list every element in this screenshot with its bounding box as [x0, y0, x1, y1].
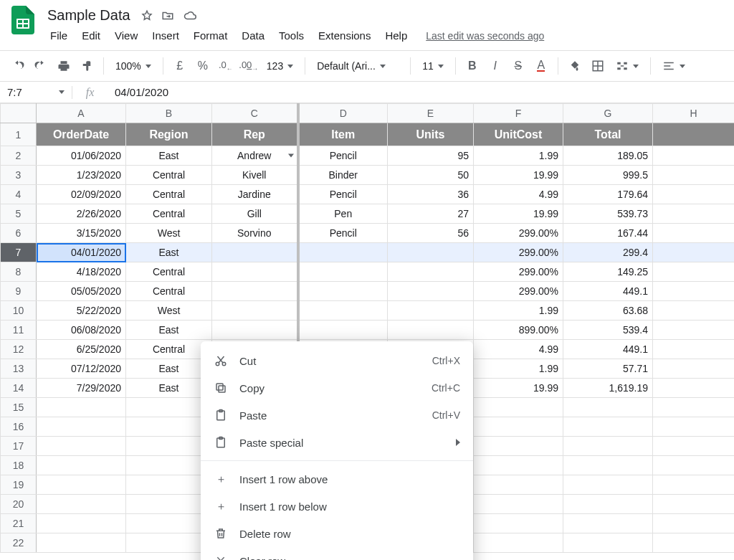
cell[interactable]: Sorvino — [212, 224, 298, 243]
cell[interactable]: 4.99 — [474, 185, 563, 204]
undo-button[interactable] — [7, 55, 29, 77]
cell[interactable]: Pencil — [298, 185, 388, 204]
cell[interactable]: 299.00% — [474, 262, 563, 282]
cell[interactable] — [653, 243, 735, 262]
cell[interactable]: 189.05 — [563, 146, 653, 166]
cell[interactable] — [37, 533, 126, 553]
italic-button[interactable]: I — [485, 55, 506, 77]
row-header-17[interactable]: 17 — [1, 437, 37, 456]
cell[interactable] — [653, 514, 735, 533]
cell[interactable]: 19.99 — [474, 204, 563, 224]
col-header-E[interactable]: E — [388, 104, 474, 123]
font-dropdown[interactable]: Default (Ari... — [311, 55, 404, 77]
cell[interactable] — [298, 301, 388, 321]
cell[interactable]: 19.99 — [474, 166, 563, 185]
horizontal-align-dropdown[interactable] — [657, 55, 691, 77]
cell[interactable]: Binder — [298, 166, 388, 185]
cell[interactable] — [474, 514, 563, 533]
cell[interactable] — [474, 398, 563, 417]
row-header-14[interactable]: 14 — [1, 379, 37, 398]
row-header-10[interactable]: 10 — [1, 301, 37, 321]
cell[interactable]: 449.1 — [563, 282, 653, 301]
cell[interactable] — [126, 514, 212, 533]
cell[interactable] — [653, 224, 735, 243]
cell[interactable]: Pencil — [298, 224, 388, 243]
row-header-19[interactable]: 19 — [1, 475, 37, 495]
cell[interactable]: West — [126, 301, 212, 321]
last-edit-link[interactable]: Last edit was seconds ago — [426, 30, 544, 42]
cell[interactable] — [653, 456, 735, 475]
cell[interactable] — [126, 533, 212, 553]
cell[interactable] — [563, 533, 653, 553]
cell[interactable]: 4.99 — [474, 340, 563, 359]
menu-help[interactable]: Help — [379, 27, 413, 44]
cell[interactable] — [563, 514, 653, 533]
cell[interactable] — [474, 533, 563, 553]
cell[interactable]: 56 — [388, 224, 474, 243]
cell[interactable]: UnitCost — [474, 123, 563, 146]
cell[interactable]: Central — [126, 340, 212, 359]
cell[interactable]: 149.25 — [563, 262, 653, 282]
cell[interactable]: 01/06/2020 — [37, 146, 126, 166]
cell[interactable] — [653, 301, 735, 321]
cell[interactable] — [388, 301, 474, 321]
cell[interactable]: 1.99 — [474, 301, 563, 321]
cell[interactable] — [653, 204, 735, 224]
cell[interactable]: 27 — [388, 204, 474, 224]
cell[interactable]: Pencil — [298, 146, 388, 166]
cell[interactable] — [563, 417, 653, 437]
cell-dropdown-icon[interactable] — [288, 154, 294, 158]
menu-view[interactable]: View — [109, 27, 143, 44]
cell[interactable] — [37, 475, 126, 495]
cell[interactable] — [474, 456, 563, 475]
menu-file[interactable]: File — [44, 27, 73, 44]
cell[interactable] — [653, 379, 735, 398]
cell[interactable] — [212, 243, 298, 262]
row-header-2[interactable]: 2 — [1, 146, 37, 166]
sheets-logo[interactable] — [9, 6, 37, 34]
cell[interactable]: 07/12/2020 — [37, 359, 126, 379]
cell[interactable] — [563, 398, 653, 417]
cell[interactable]: Units — [388, 123, 474, 146]
formula-bar[interactable]: 04/01/2020 — [108, 86, 734, 98]
ctx-copy[interactable]: Copy Ctrl+C — [201, 374, 473, 402]
redo-button[interactable] — [30, 55, 52, 77]
borders-button[interactable] — [587, 55, 609, 77]
cell[interactable]: Central — [126, 262, 212, 282]
currency-button[interactable]: £ — [169, 55, 191, 77]
cell[interactable]: 299.00% — [474, 243, 563, 262]
cell[interactable]: Central — [126, 185, 212, 204]
cell[interactable] — [37, 514, 126, 533]
row-header-5[interactable]: 5 — [1, 204, 37, 224]
cell[interactable]: 5/22/2020 — [37, 301, 126, 321]
cell[interactable]: 1.99 — [474, 146, 563, 166]
number-format-dropdown[interactable]: 123 — [261, 55, 299, 77]
row-header-6[interactable]: 6 — [1, 224, 37, 243]
percent-button[interactable]: % — [192, 55, 214, 77]
cell[interactable]: East — [126, 146, 212, 166]
cell[interactable]: Central — [126, 166, 212, 185]
row-header-21[interactable]: 21 — [1, 514, 37, 533]
cell[interactable] — [298, 243, 388, 262]
paint-format-button[interactable] — [76, 55, 97, 77]
col-header-D[interactable]: D — [298, 104, 388, 123]
row-header-12[interactable]: 12 — [1, 340, 37, 359]
cell[interactable]: Region — [126, 123, 212, 146]
cell[interactable]: 539.4 — [563, 321, 653, 340]
cell[interactable]: Gill — [212, 204, 298, 224]
font-size-dropdown[interactable]: 11 — [416, 55, 449, 77]
menu-insert[interactable]: Insert — [146, 27, 185, 44]
row-header-9[interactable]: 9 — [1, 282, 37, 301]
row-header-16[interactable]: 16 — [1, 417, 37, 437]
cell[interactable] — [126, 417, 212, 437]
ctx-paste-special[interactable]: Paste special — [201, 429, 473, 456]
cell[interactable] — [563, 475, 653, 495]
cell[interactable]: West — [126, 224, 212, 243]
row-header-18[interactable]: 18 — [1, 456, 37, 475]
menu-tools[interactable]: Tools — [273, 27, 310, 44]
cell[interactable] — [298, 262, 388, 282]
cell[interactable]: 1,619.19 — [563, 379, 653, 398]
name-box[interactable]: 7:7 — [0, 86, 72, 98]
cell[interactable]: 299.00% — [474, 224, 563, 243]
cell[interactable] — [212, 301, 298, 321]
